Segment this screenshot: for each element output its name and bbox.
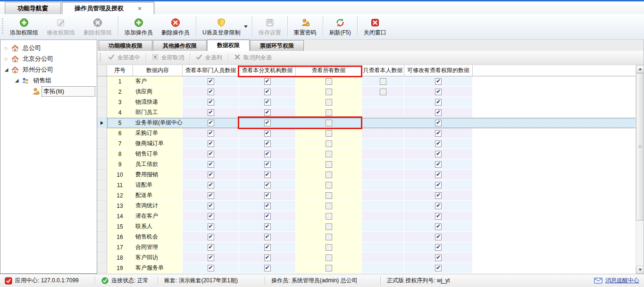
table-row[interactable]: 9 员工借款 [97,159,644,170]
table-row[interactable]: 6 采购订单 [97,128,644,139]
permission-checkbox[interactable] [208,99,214,106]
column-header[interactable]: 数据内容 [133,65,183,76]
permission-checkbox[interactable] [435,78,442,85]
permission-checkbox[interactable] [326,265,332,271]
permission-checkbox[interactable] [326,130,332,137]
permission-checkbox[interactable] [380,78,386,85]
permission-checkbox[interactable] [264,78,271,85]
permission-checkbox[interactable] [208,182,214,189]
tree-item-sales-group[interactable]: ◢ 销售组 [0,75,97,86]
permission-checkbox[interactable] [435,130,442,137]
permission-checkbox[interactable] [435,192,442,199]
table-row[interactable]: 7 微商城订单 [97,139,644,149]
permission-checkbox[interactable] [326,140,332,147]
table-row[interactable]: 5 业务单据(单据中心) [97,118,644,128]
permission-checkbox[interactable] [208,265,214,271]
column-header[interactable]: 只查看本人数据 [362,65,404,76]
table-row[interactable]: 15 联系人 [97,221,644,232]
add-permission-group-button[interactable]: 添加权限组 [6,16,42,38]
table-row[interactable]: 8 销售订单 [97,149,644,159]
table-row[interactable]: 2 供应商 [97,87,644,97]
table-row[interactable]: 16 销售机会 [97,232,644,242]
permission-checkbox[interactable] [264,109,271,116]
table-row[interactable]: 19 客户服务单 [97,263,644,273]
table-row[interactable]: 12 配送单 [97,190,644,201]
permission-checkbox[interactable] [208,203,214,209]
refresh-button[interactable]: 刷新(F5) [325,16,355,38]
permission-checkbox[interactable] [326,120,332,126]
tab-module-permission[interactable]: 功能模块权限 [99,40,152,51]
permission-checkbox[interactable] [326,161,332,168]
tree-expander-icon[interactable]: ▷ [3,46,9,50]
permission-checkbox[interactable] [435,140,442,147]
tree-expander-icon[interactable]: ▷ [3,57,9,61]
scrollbar-thumb[interactable] [636,73,644,221]
permission-checkbox[interactable] [435,182,442,189]
table-row[interactable]: 10 费用报销 [97,170,644,180]
permission-checkbox[interactable] [264,172,271,178]
column-header[interactable]: 查看所有数据 [296,65,362,76]
permission-checkbox[interactable] [435,120,442,126]
permission-checkbox[interactable] [264,130,271,137]
permission-checkbox[interactable] [435,234,442,240]
permission-checkbox[interactable] [208,120,214,126]
permission-checkbox[interactable] [435,89,442,95]
permission-checkbox[interactable] [208,172,214,178]
permission-checkbox[interactable] [326,223,332,230]
vertical-scrollbar[interactable] [636,65,644,274]
table-row[interactable]: 11 请配单 [97,180,644,190]
column-header[interactable]: 可修改有查看权限的数据 [404,65,473,76]
toolbar-grip[interactable] [2,18,3,35]
permission-checkbox[interactable] [264,203,271,209]
delete-operator-button[interactable]: 删除操作员 [157,16,194,38]
tab-invoice-step-permission[interactable]: 票据环节权限 [250,40,304,51]
permission-checkbox[interactable] [326,192,332,199]
permission-checkbox[interactable] [435,213,442,220]
permission-checkbox[interactable] [208,254,214,261]
tab-other-operation-permission[interactable]: 其他操作权限 [153,40,207,51]
selection-toolbar-grip[interactable] [100,53,101,62]
tab-operator-management[interactable]: 操作员管理及授权 × [62,2,154,14]
permission-checkbox[interactable] [208,151,214,157]
scroll-up-button[interactable] [636,65,644,73]
permission-checkbox[interactable] [264,140,271,147]
reset-password-button[interactable]: 重置密码 [290,16,321,38]
permission-checkbox[interactable] [264,120,271,126]
permission-checkbox[interactable] [264,265,271,271]
table-row[interactable]: 13 查询统计 [97,201,644,211]
tab-data-permission[interactable]: 数据权限 [207,40,250,51]
permission-checkbox[interactable] [264,244,271,251]
permission-checkbox[interactable] [326,151,332,157]
tab-function-nav[interactable]: 功能导航窗 [5,2,61,14]
table-row[interactable]: 14 潜在客户 [97,211,644,221]
column-header[interactable]: 查看本分支机构数据 [239,65,296,76]
table-row[interactable]: 3 物流快递 [97,97,644,107]
close-tab-icon[interactable]: × [138,5,142,12]
close-window-button[interactable]: 关闭窗口 [360,16,391,38]
permission-checkbox[interactable] [326,244,332,251]
tree-expander-icon[interactable]: ◢ [3,67,9,72]
table-row[interactable]: 18 客户回访 [97,253,644,263]
tree-item-beijing-branch[interactable]: ▷ 北京分公司 [0,53,97,64]
permission-checkbox[interactable] [435,151,442,157]
permission-checkbox[interactable] [435,223,442,230]
permission-checkbox[interactable] [208,223,214,230]
permission-checkbox[interactable] [264,151,271,157]
permission-checkbox[interactable] [208,130,214,137]
permission-checkbox[interactable] [435,265,442,271]
permission-checkbox[interactable] [208,140,214,147]
tree-item-head-office[interactable]: ▷ 总公司 [0,42,97,53]
permission-checkbox[interactable] [208,234,214,240]
permission-checkbox[interactable] [264,182,271,189]
permission-checkbox[interactable] [435,99,442,106]
permission-checkbox[interactable] [326,89,332,95]
permission-checkbox[interactable] [326,213,332,220]
permission-checkbox[interactable] [326,99,332,106]
table-row[interactable]: 1 客户 [97,76,644,87]
permission-checkbox[interactable] [208,78,214,85]
add-operator-button[interactable]: 添加操作员 [120,16,157,38]
permission-checkbox[interactable] [208,109,214,116]
permission-checkbox[interactable] [326,203,332,209]
scroll-down-button[interactable] [636,266,644,274]
tree-item-litao[interactable]: 李拓(lit) [0,86,97,97]
